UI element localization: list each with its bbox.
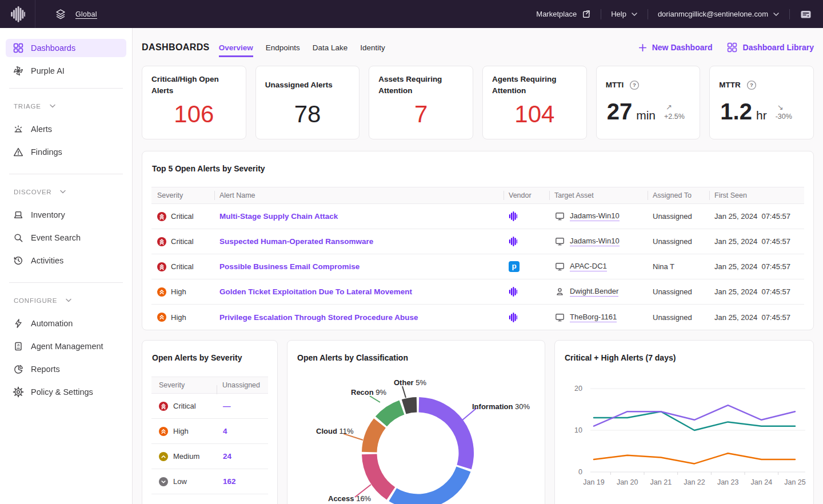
scope-switcher[interactable]: Global (54, 8, 97, 21)
donut-slice-other[interactable] (402, 397, 417, 414)
kpi-card-mttr[interactable]: MTTR? 1.2 hr ↘-30% (709, 66, 814, 139)
series-orange-line[interactable] (594, 453, 795, 463)
sentinelone-vendor-icon (509, 237, 517, 246)
tab-identity[interactable]: Identity (360, 38, 385, 57)
alert-name-link[interactable]: Multi-Stage Supply Chain Attack (219, 212, 338, 221)
target-asset-link[interactable]: Jadams-Win10 (570, 237, 620, 246)
column-header-first-seen[interactable]: First Seen (709, 191, 804, 199)
severity-row-high[interactable]: High 4 (151, 419, 268, 444)
column-header-unassigned[interactable]: Unassigned (217, 381, 268, 389)
alert-row[interactable]: High Privilege Escalation Through Stored… (151, 305, 804, 330)
kpi-card-critical-high-open-alerts[interactable]: Critical/High Open Alerts 106 (142, 66, 246, 139)
sidebar-section-configure[interactable]: CONFIGURE (0, 289, 132, 312)
donut-slice-access[interactable] (362, 454, 395, 500)
column-header-severity[interactable]: Severity (151, 191, 214, 199)
alert-row[interactable]: High Golden Ticket Exploitation Due To L… (151, 279, 804, 305)
tab-overview[interactable]: Overview (219, 38, 253, 57)
sentinelone-vendor-icon (509, 211, 517, 221)
donut-label-other: Other 5% (394, 378, 426, 387)
sidebar-item-purple-ai[interactable]: Purple AI (6, 62, 126, 80)
dashboard-library-button[interactable]: Dashboard Library (726, 42, 814, 53)
donut-slice-unlabeled[interactable] (389, 467, 470, 504)
alert-name-link[interactable]: Possible Business Email Compromise (219, 262, 359, 271)
donut-slice-information[interactable] (419, 397, 474, 469)
column-header-assigned-to[interactable]: Assigned To (648, 191, 709, 199)
tab-endpoints[interactable]: Endpoints (266, 38, 300, 57)
kpi-card-mtti[interactable]: MTTI? 27 min ↗+2.5% (596, 66, 701, 139)
unassigned-count[interactable]: 4 (217, 427, 268, 435)
target-asset-link[interactable]: Jadams-Win10 (570, 211, 620, 221)
question-icon[interactable]: ? (746, 80, 757, 90)
severity-label: Critical (173, 402, 196, 410)
top-alerts-title: Top 5 Open Alerts by Severity (142, 151, 813, 173)
target-asset-link[interactable]: Dwight.Bender (570, 287, 618, 297)
target-asset-link[interactable]: APAC-DC1 (570, 262, 607, 271)
alert-row[interactable]: Critical Suspected Human-Operated Ransom… (151, 229, 804, 254)
severity-card: Open Alerts by Severity SeverityUnassign… (142, 340, 278, 504)
donut-slice-recon[interactable] (375, 401, 405, 427)
first-seen: Jan 25, 2024 07:45:57 (714, 212, 790, 221)
severity-row-critical[interactable]: Critical — (151, 394, 268, 419)
help-menu[interactable]: Help (611, 10, 638, 18)
alert-row[interactable]: Critical Multi-Stage Supply Chain Attack… (151, 204, 804, 229)
kpi-card-agents-requiring-attention[interactable]: Agents Requiring Attention 104 (482, 66, 587, 139)
sidebar-section-discover[interactable]: DISCOVER (0, 181, 132, 203)
column-header-alert-name[interactable]: Alert Name (214, 191, 504, 199)
sidebar-item-findings[interactable]: Findings (6, 141, 126, 163)
marketplace-link[interactable]: Marketplace (536, 9, 591, 19)
question-icon[interactable]: ? (629, 80, 640, 90)
unassigned-count[interactable]: 162 (217, 477, 268, 486)
sidebar-divider (9, 174, 123, 174)
chevron-down-icon (631, 12, 638, 17)
sidebar-item-alerts[interactable]: Alerts (6, 118, 126, 141)
sidebar-item-agent-management[interactable]: aAgent Management (6, 335, 126, 358)
severity-icon-high (157, 313, 166, 322)
external-link-icon (581, 9, 591, 19)
kpi-card-unassigned-alerts[interactable]: Unassigned Alerts 78 (255, 66, 360, 139)
severity-icon-low (159, 477, 168, 486)
series-teal-line[interactable] (594, 411, 795, 430)
x-axis-label: Jan 21 (650, 478, 672, 486)
tab-data-lake[interactable]: Data Lake (313, 38, 348, 57)
kpi-unit: hr (756, 109, 767, 121)
sidebar-item-label: Activities (31, 256, 63, 265)
assigned-to: Unassigned (653, 212, 692, 221)
sidebar-item-inventory[interactable]: Inventory (6, 203, 126, 226)
sidebar-item-reports[interactable]: Reports (6, 358, 126, 381)
donut-slice-cloud[interactable] (362, 418, 386, 452)
kpi-value: 104 (492, 101, 577, 128)
sidebar-section-triage[interactable]: TRIAGE (0, 95, 132, 118)
new-dashboard-button[interactable]: New Dashboard (638, 43, 713, 52)
sidebar-item-event-search[interactable]: Event Search (6, 226, 126, 249)
series-purple-line[interactable] (594, 405, 795, 426)
target-asset-link[interactable]: TheBorg-1161 (570, 313, 617, 322)
sidebar-item-label: Findings (31, 147, 62, 157)
kpi-trend: -30% (776, 113, 792, 121)
column-header-target-asset[interactable]: Target Asset (549, 191, 648, 199)
sidebar-item-automation[interactable]: Automation (6, 312, 126, 335)
reports-pie-icon (13, 363, 24, 375)
kpi-card-assets-requiring-attention[interactable]: Assets Requiring Attention 7 (369, 66, 473, 139)
alert-name-link[interactable]: Golden Ticket Exploitation Due To Latera… (219, 287, 412, 296)
sidebar-item-activities[interactable]: Activities (6, 249, 126, 272)
kpi-value-row: 27 min ↗+2.5% (606, 102, 691, 121)
sidebar-item-dashboards[interactable]: Dashboards (6, 39, 126, 57)
alerts-siren-icon (13, 123, 24, 135)
sidebar-item-policy-settings[interactable]: Policy & Settings (6, 381, 126, 403)
column-header-severity[interactable]: Severity (151, 381, 217, 389)
severity-row-low[interactable]: Low 162 (151, 469, 268, 494)
sidebar-item-label: Policy & Settings (31, 387, 93, 397)
y-axis-label: 20 (565, 385, 582, 393)
page-title: DASHBOARDS (142, 42, 210, 53)
alert-name-link[interactable]: Privilege Escalation Through Stored Proc… (219, 313, 418, 322)
severity-row-medium[interactable]: Medium 24 (151, 444, 268, 469)
unassigned-count[interactable]: — (217, 402, 268, 410)
alert-row[interactable]: Critical Possible Business Email Comprom… (151, 254, 804, 279)
column-header-vendor[interactable]: Vendor (504, 191, 549, 199)
sentinelone-logo[interactable] (0, 0, 35, 28)
kpi-row: Critical/High Open Alerts 106Unassigned … (142, 66, 814, 139)
console-icon[interactable] (800, 9, 812, 20)
account-menu[interactable]: dorianmcgillick@sentinelone.com (658, 10, 780, 18)
alert-name-link[interactable]: Suspected Human-Operated Ransomware (219, 237, 373, 246)
unassigned-count[interactable]: 24 (217, 452, 268, 461)
